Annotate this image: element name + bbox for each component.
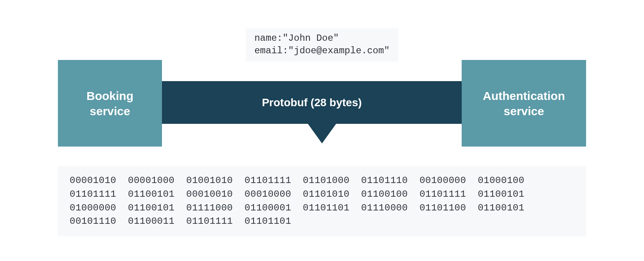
binary-row-1: 00001010 00001000 01001010 01101111 0110… [70, 175, 524, 186]
arrow-down-icon [308, 124, 336, 143]
binary-row-3: 01000000 01100101 01111000 01100001 0110… [70, 203, 524, 213]
protobuf-label: Protobuf (28 bytes) [262, 96, 362, 109]
authentication-service-label: Authentication service [483, 88, 565, 119]
binary-output-block: 00001010 00001000 01001010 01101111 0110… [58, 166, 586, 236]
diagram-container: name:"John Doe" email:"jdoe@example.com"… [0, 0, 644, 261]
protobuf-bar: Protobuf (28 bytes) [162, 81, 462, 124]
input-data-line2: email:"jdoe@example.com" [254, 45, 390, 56]
booking-service-label: Booking service [86, 88, 133, 119]
input-data-block: name:"John Doe" email:"jdoe@example.com" [246, 28, 398, 62]
authentication-service-box: Authentication service [462, 60, 586, 147]
binary-row-4: 00101110 01100011 01101111 01101101 [70, 216, 291, 227]
binary-row-2: 01101111 01100101 00010010 00010000 0110… [70, 189, 524, 199]
booking-service-box: Booking service [58, 60, 162, 147]
input-data-line1: name:"John Doe" [254, 33, 339, 44]
